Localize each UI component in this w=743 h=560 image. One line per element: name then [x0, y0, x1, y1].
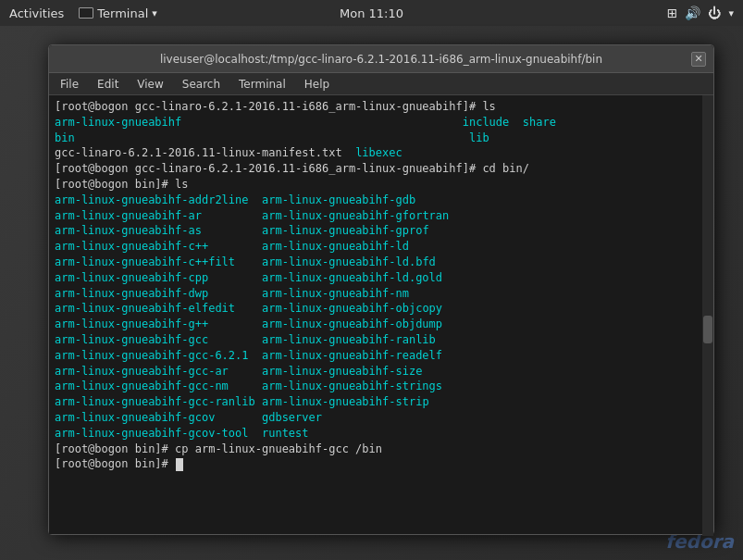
terminal-app-label[interactable]: Terminal ▾: [79, 6, 156, 20]
menu-help[interactable]: Help: [297, 76, 337, 93]
line-9: arm-linux-gnueabihf-as arm-linux-gnueabi…: [55, 223, 708, 239]
line-1: [root@bogon gcc-linaro-6.2.1-2016.11-i68…: [55, 99, 708, 115]
scrollbar[interactable]: [702, 95, 713, 536]
power-icon[interactable]: ⏻: [708, 6, 721, 20]
line-12: arm-linux-gnueabihf-cpp arm-linux-gnueab…: [55, 270, 708, 286]
network-icon[interactable]: ⊞: [667, 6, 678, 20]
top-bar-left: Activities Terminal ▾: [9, 6, 157, 20]
activities-button[interactable]: Activities: [9, 6, 64, 20]
scrollbar-thumb[interactable]: [703, 316, 712, 343]
top-bar: Activities Terminal ▾ Mon 11:10 ⊞ 🔊 ⏻ ▾: [0, 0, 743, 26]
volume-icon[interactable]: 🔊: [685, 6, 700, 20]
window-title: liveuser@localhost:/tmp/gcc-linaro-6.2.1…: [71, 53, 691, 66]
line-19: arm-linux-gnueabihf-gcc-nm arm-linux-gnu…: [55, 379, 708, 394]
line-5: [root@bogon gcc-linaro-6.2.1-2016.11-i68…: [55, 161, 708, 177]
title-bar: liveuser@localhost:/tmp/gcc-linaro-6.2.1…: [49, 45, 713, 73]
top-bar-right: ⊞ 🔊 ⏻ ▾: [667, 6, 734, 20]
line-3: bin lib: [55, 131, 708, 146]
line-18: arm-linux-gnueabihf-gcc-ar arm-linux-gnu…: [55, 364, 708, 380]
line-11: arm-linux-gnueabihf-c++filt arm-linux-gn…: [55, 255, 708, 270]
terminal-content[interactable]: [root@bogon gcc-linaro-6.2.1-2016.11-i68…: [49, 95, 713, 534]
menu-file[interactable]: File: [53, 76, 86, 93]
line-24: [root@bogon bin]#: [55, 456, 708, 472]
line-7: arm-linux-gnueabihf-addr2line arm-linux-…: [55, 193, 708, 208]
line-14: arm-linux-gnueabihf-elfedit arm-linux-gn…: [55, 301, 708, 317]
line-16: arm-linux-gnueabihf-gcc arm-linux-gnueab…: [55, 332, 708, 348]
line-20: arm-linux-gnueabihf-gcc-ranlib arm-linux…: [55, 394, 708, 410]
line-6: [root@bogon bin]# ls: [55, 177, 708, 193]
terminal-app-icon: [79, 7, 93, 19]
menu-bar: File Edit View Search Terminal Help: [49, 73, 713, 95]
terminal-dropdown-icon[interactable]: ▾: [152, 7, 157, 19]
line-15: arm-linux-gnueabihf-g++ arm-linux-gnueab…: [55, 317, 708, 332]
line-10: arm-linux-gnueabihf-c++ arm-linux-gnueab…: [55, 239, 708, 255]
terminal-cursor: [176, 458, 183, 471]
terminal-window: liveuser@localhost:/tmp/gcc-linaro-6.2.1…: [48, 44, 714, 535]
menu-edit[interactable]: Edit: [90, 76, 126, 93]
line-8: arm-linux-gnueabihf-ar arm-linux-gnueabi…: [55, 208, 708, 224]
menu-search[interactable]: Search: [175, 76, 228, 93]
menu-view[interactable]: View: [130, 76, 170, 93]
line-2: arm-linux-gnueabihf include share: [55, 115, 708, 131]
line-22: arm-linux-gnueabihf-gcov-tool runtest: [55, 426, 708, 442]
line-4: gcc-linaro-6.2.1-2016.11-linux-manifest.…: [55, 145, 708, 161]
dropdown-icon[interactable]: ▾: [728, 7, 734, 19]
line-23: [root@bogon bin]# cp arm-linux-gnueabihf…: [55, 442, 708, 457]
line-21: arm-linux-gnueabihf-gcov gdbserver: [55, 410, 708, 426]
line-13: arm-linux-gnueabihf-dwp arm-linux-gnueab…: [55, 286, 708, 302]
top-bar-clock: Mon 11:10: [340, 6, 403, 20]
line-17: arm-linux-gnueabihf-gcc-6.2.1 arm-linux-…: [55, 348, 708, 364]
close-button[interactable]: ✕: [691, 52, 706, 67]
menu-terminal[interactable]: Terminal: [231, 76, 293, 93]
